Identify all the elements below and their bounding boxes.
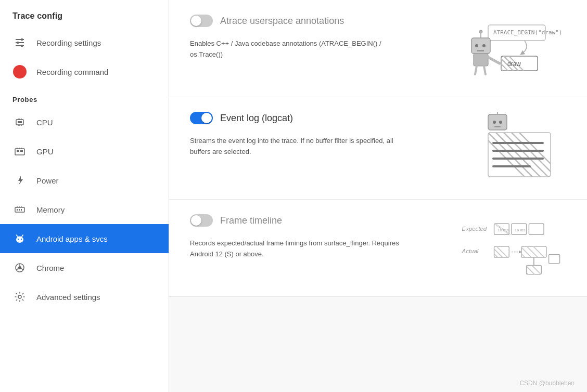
card-frame-timeline-body: Frame timeline Records expected/actual f… bbox=[190, 214, 444, 260]
svg-text:Actual: Actual bbox=[462, 248, 479, 254]
sidebar-item-label-cpu: CPU bbox=[36, 118, 53, 127]
sidebar-item-label-power: Power bbox=[36, 176, 59, 185]
sidebar-item-memory[interactable]: Memory bbox=[0, 195, 169, 224]
event-log-illustration bbox=[457, 112, 566, 185]
card-frame-timeline-header: Frame timeline bbox=[190, 214, 444, 227]
svg-rect-14 bbox=[15, 149, 24, 155]
card-event-log-body: Event log (logcat) Streams the event log… bbox=[190, 112, 444, 158]
svg-point-36 bbox=[18, 266, 21, 269]
event-log-toggle[interactable] bbox=[190, 112, 213, 124]
sidebar: Trace config Recording settings Recordin… bbox=[0, 0, 169, 392]
gpu-icon bbox=[12, 144, 27, 159]
svg-point-34 bbox=[22, 234, 23, 236]
card-atrace: Atrace userspace annotations Enables C++… bbox=[169, 0, 587, 97]
card-event-log: Event log (logcat) Streams the event log… bbox=[169, 97, 587, 200]
sidebar-item-recording-settings[interactable]: Recording settings bbox=[0, 28, 169, 57]
svg-rect-55 bbox=[474, 54, 488, 66]
sliders-icon bbox=[12, 35, 27, 50]
sidebar-item-label-android-apps: Android apps & svcs bbox=[36, 234, 108, 243]
svg-rect-86 bbox=[529, 224, 544, 234]
svg-line-56 bbox=[488, 57, 500, 63]
frame-timeline-illustration: Expected 16 ms 16 ms Actual bbox=[457, 214, 566, 282]
svg-rect-73 bbox=[488, 114, 507, 130]
svg-rect-24 bbox=[21, 209, 22, 211]
svg-rect-54 bbox=[477, 50, 484, 51]
svg-text:16 ms: 16 ms bbox=[497, 228, 508, 232]
frame-timeline-toggle[interactable] bbox=[190, 214, 213, 227]
card-event-log-header: Event log (logcat) bbox=[190, 112, 444, 124]
svg-line-59 bbox=[475, 66, 477, 74]
sidebar-item-label-recording-command: Recording command bbox=[36, 68, 108, 76]
sidebar-item-label-chrome: Chrome bbox=[36, 264, 64, 272]
svg-point-53 bbox=[482, 44, 486, 47]
svg-point-40 bbox=[18, 295, 21, 298]
sidebar-item-chrome[interactable]: Chrome bbox=[0, 253, 169, 282]
sidebar-item-advanced-settings[interactable]: Advanced settings bbox=[0, 282, 169, 311]
cpu-icon bbox=[12, 115, 27, 129]
svg-point-33 bbox=[16, 234, 17, 236]
memory-icon bbox=[12, 202, 27, 217]
sidebar-item-label-memory: Memory bbox=[36, 205, 65, 214]
svg-rect-22 bbox=[17, 209, 18, 211]
svg-point-29 bbox=[18, 239, 19, 240]
svg-rect-23 bbox=[19, 209, 20, 211]
svg-point-75 bbox=[499, 121, 502, 124]
svg-rect-100 bbox=[549, 254, 560, 263]
android-icon bbox=[12, 231, 27, 246]
svg-text:ATRACE_BEGIN("draw");: ATRACE_BEGIN("draw"); bbox=[493, 29, 561, 36]
footer: CSDN @bubbleben bbox=[169, 374, 587, 392]
settings-icon bbox=[12, 290, 27, 304]
svg-line-38 bbox=[16, 269, 19, 270]
sidebar-item-gpu[interactable]: GPU bbox=[0, 137, 169, 166]
event-log-description: Streams the event log into the trace. If… bbox=[190, 132, 409, 158]
svg-marker-20 bbox=[18, 176, 23, 185]
power-icon bbox=[12, 173, 27, 188]
footer-credit: CSDN @bubbleben bbox=[519, 380, 575, 387]
svg-rect-7 bbox=[18, 121, 22, 123]
svg-rect-76 bbox=[494, 126, 501, 127]
atrace-toggle[interactable] bbox=[190, 15, 213, 27]
sidebar-item-label-gpu: GPU bbox=[36, 147, 54, 156]
chrome-icon bbox=[12, 260, 27, 275]
sidebar-item-label-recording-settings: Recording settings bbox=[36, 38, 101, 47]
frame-timeline-description: Records expected/actual frame timings fr… bbox=[190, 234, 409, 260]
sidebar-item-cpu[interactable]: CPU bbox=[0, 108, 169, 137]
sidebar-item-recording-command[interactable]: Recording command bbox=[0, 57, 169, 86]
atrace-description: Enables C++ / Java codebase annotations … bbox=[190, 34, 409, 60]
card-atrace-header: Atrace userspace annotations bbox=[190, 15, 444, 27]
probes-section-title: Probes bbox=[0, 86, 169, 108]
svg-line-60 bbox=[484, 66, 486, 74]
sidebar-item-android-apps[interactable]: Android apps & svcs bbox=[0, 224, 169, 253]
main-content: Atrace userspace annotations Enables C++… bbox=[169, 0, 587, 392]
svg-point-58 bbox=[479, 30, 482, 33]
atrace-illustration: ATRACE_BEGIN("draw"); draw bbox=[457, 15, 566, 82]
svg-point-74 bbox=[493, 121, 496, 124]
svg-rect-3 bbox=[17, 42, 19, 44]
svg-text:16 ms: 16 ms bbox=[515, 228, 526, 232]
event-log-title: Event log (logcat) bbox=[220, 113, 293, 124]
frame-timeline-title: Frame timeline bbox=[220, 215, 282, 226]
svg-text:Expected: Expected bbox=[462, 226, 487, 232]
svg-rect-1 bbox=[21, 38, 23, 41]
svg-rect-16 bbox=[20, 150, 23, 152]
svg-point-30 bbox=[21, 239, 22, 240]
sidebar-item-power[interactable]: Power bbox=[0, 166, 169, 195]
svg-line-39 bbox=[21, 269, 24, 270]
svg-rect-5 bbox=[21, 45, 23, 47]
sidebar-title: Trace config bbox=[0, 0, 169, 28]
card-frame-timeline: Frame timeline Records expected/actual f… bbox=[169, 200, 587, 297]
sidebar-item-label-advanced-settings: Advanced settings bbox=[36, 293, 100, 302]
svg-text:draw: draw bbox=[507, 60, 521, 68]
atrace-title: Atrace userspace annotations bbox=[220, 16, 344, 27]
card-atrace-body: Atrace userspace annotations Enables C++… bbox=[190, 15, 444, 60]
svg-rect-15 bbox=[17, 150, 19, 152]
svg-point-52 bbox=[475, 44, 478, 47]
record-icon bbox=[12, 64, 27, 79]
